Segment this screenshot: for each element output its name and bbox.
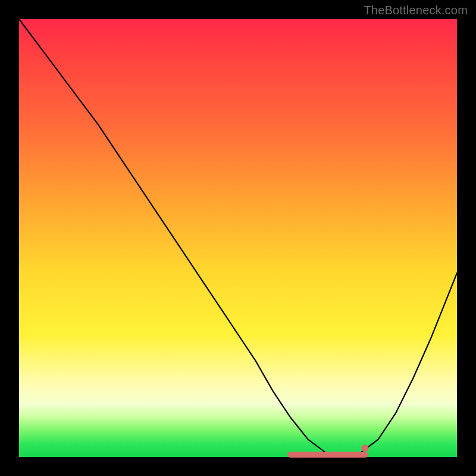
good-fit-end-dot	[361, 444, 368, 452]
chart-frame: TheBottleneck.com	[0, 0, 476, 476]
watermark-text: TheBottleneck.com	[364, 4, 468, 17]
plot-area	[19, 19, 457, 457]
bottleneck-curve	[19, 19, 457, 457]
curve-layer	[19, 19, 457, 457]
